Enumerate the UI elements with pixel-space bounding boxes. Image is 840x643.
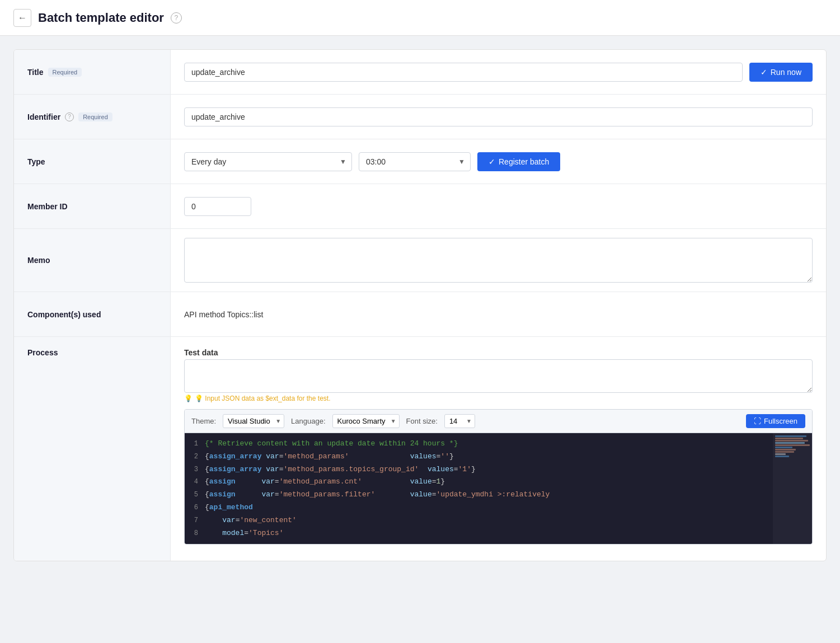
language-select-wrapper: Kuroco Smarty HTML JavaScript ▼ xyxy=(332,414,400,428)
identifier-label-cell: Identifier ? Required xyxy=(14,95,171,139)
title-field-cell: ✓ Run now xyxy=(171,50,826,94)
page-header: ← Batch template editor ? xyxy=(0,0,840,36)
process-label-cell: Process xyxy=(14,337,171,561)
fullscreen-icon: ⛶ xyxy=(754,417,761,425)
identifier-input[interactable] xyxy=(184,107,813,126)
code-line-4: 4 {assign var='method_params.cnt' value=… xyxy=(185,476,773,489)
process-label: Process xyxy=(27,348,58,357)
time-select[interactable]: 03:00 00:00 01:00 02:00 xyxy=(359,152,471,171)
register-batch-button[interactable]: ✓ Register batch xyxy=(477,152,560,171)
member-id-label: Member ID xyxy=(27,202,68,211)
type-label: Type xyxy=(27,157,45,166)
components-value: API method Topics::list xyxy=(184,310,263,319)
components-row: Component(s) used API method Topics::lis… xyxy=(14,292,826,337)
test-data-label: Test data xyxy=(184,348,813,357)
member-id-field-cell xyxy=(171,184,826,228)
back-button[interactable]: ← xyxy=(13,9,31,27)
code-line-6: 6 {api_method xyxy=(185,501,773,514)
fontsize-select[interactable]: 14 12 13 16 xyxy=(444,414,475,428)
identifier-label: Identifier xyxy=(27,112,60,121)
theme-select[interactable]: Visual Studio Monokai GitHub xyxy=(223,414,284,428)
test-data-textarea[interactable] xyxy=(184,359,813,393)
checkmark-icon: ✓ xyxy=(761,68,767,77)
language-label: Language: xyxy=(291,417,325,425)
title-label: Title xyxy=(27,68,44,77)
theme-select-wrapper: Visual Studio Monokai GitHub ▼ xyxy=(223,414,284,428)
memo-row: Memo xyxy=(14,229,826,292)
lightbulb-icon: 💡 xyxy=(184,395,193,402)
identifier-help-icon[interactable]: ? xyxy=(65,112,74,121)
help-icon[interactable]: ? xyxy=(171,12,182,24)
memo-field-cell xyxy=(171,229,826,292)
title-label-cell: Title Required xyxy=(14,50,171,94)
memo-label-cell: Memo xyxy=(14,229,171,292)
member-id-row: Member ID xyxy=(14,184,826,229)
components-label: Component(s) used xyxy=(27,310,101,319)
code-area-wrapper: 1 {* Retrieve content with an update dat… xyxy=(185,433,812,544)
editor-toolbar: Theme: Visual Studio Monokai GitHub ▼ La… xyxy=(185,410,812,433)
editor-minimap xyxy=(773,433,812,544)
language-select[interactable]: Kuroco Smarty HTML JavaScript xyxy=(332,414,400,428)
member-id-input[interactable] xyxy=(184,197,251,216)
code-line-3: 3 {assign_array var='method_params.topic… xyxy=(185,463,773,476)
identifier-required-badge: Required xyxy=(78,112,112,121)
type-select[interactable]: Every day Every hour Every week xyxy=(184,152,352,171)
code-line-5: 5 {assign var='method_params.filter' val… xyxy=(185,489,773,501)
fontsize-select-wrapper: 14 12 13 16 ▼ xyxy=(444,414,475,428)
time-select-wrapper: 03:00 00:00 01:00 02:00 ▼ xyxy=(359,152,471,171)
code-line-7: 7 var='new_content' xyxy=(185,514,773,527)
identifier-row: Identifier ? Required xyxy=(14,95,826,139)
identifier-field-cell xyxy=(171,95,826,139)
code-area[interactable]: 1 {* Retrieve content with an update dat… xyxy=(185,433,773,544)
code-line-8: 8 model='Topics' xyxy=(185,527,773,540)
components-field-cell: API method Topics::list xyxy=(171,292,826,336)
title-row: Title Required ✓ Run now xyxy=(14,50,826,95)
memo-textarea[interactable] xyxy=(184,238,813,283)
fullscreen-label: Fullscreen xyxy=(764,417,797,425)
components-label-cell: Component(s) used xyxy=(14,292,171,336)
type-label-cell: Type xyxy=(14,139,171,184)
fontsize-label: Font size: xyxy=(406,417,438,425)
checkmark-icon-2: ✓ xyxy=(489,157,495,166)
title-required-badge: Required xyxy=(48,68,82,77)
title-input[interactable] xyxy=(184,63,743,82)
member-id-label-cell: Member ID xyxy=(14,184,171,228)
type-field-cell: Every day Every hour Every week ▼ 03:00 … xyxy=(171,139,826,184)
run-now-label: Run now xyxy=(771,68,801,77)
test-data-section: Test data 💡 💡 Input JSON data as $ext_da… xyxy=(184,348,813,402)
memo-label: Memo xyxy=(27,256,50,265)
test-data-hint: 💡 💡 Input JSON data as $ext_data for the… xyxy=(184,395,813,402)
type-row: Type Every day Every hour Every week ▼ 0… xyxy=(14,139,826,184)
process-field-cell: Test data 💡 💡 Input JSON data as $ext_da… xyxy=(171,337,826,561)
form-card: Title Required ✓ Run now Identifier ? Re… xyxy=(13,49,827,561)
test-data-hint-text: 💡 Input JSON data as $ext_data for the t… xyxy=(195,395,330,402)
register-batch-label: Register batch xyxy=(499,157,549,166)
fullscreen-button[interactable]: ⛶ Fullscreen xyxy=(746,414,805,428)
process-row: Process Test data 💡 💡 Input JSON data as… xyxy=(14,337,826,561)
code-editor-container: Theme: Visual Studio Monokai GitHub ▼ La… xyxy=(184,409,813,545)
theme-label: Theme: xyxy=(191,417,216,425)
code-line-1: 1 {* Retrieve content with an update dat… xyxy=(185,438,773,450)
type-select-wrapper: Every day Every hour Every week ▼ xyxy=(184,152,352,171)
run-now-button[interactable]: ✓ Run now xyxy=(749,63,813,82)
code-line-2: 2 {assign_array var='method_params' valu… xyxy=(185,450,773,463)
main-content: Title Required ✓ Run now Identifier ? Re… xyxy=(0,36,840,575)
page-title: Batch template editor xyxy=(38,11,164,25)
